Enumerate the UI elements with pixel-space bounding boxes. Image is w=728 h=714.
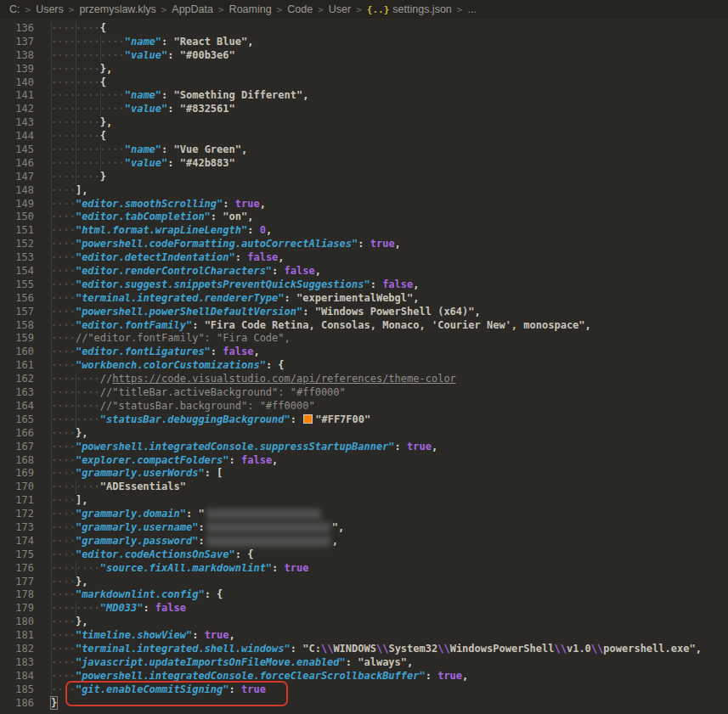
- code-line: 159····//"editor.fontFamily": "Fira Code…: [0, 332, 728, 346]
- token-punctuation: },: [100, 116, 112, 128]
- token-punctuation: ,: [278, 251, 284, 263]
- code-line-content: ····"powershell.powerShellDefaultVersion…: [51, 306, 728, 319]
- token-punctuation: :: [167, 49, 179, 61]
- code-line: 166····},: [0, 427, 728, 441]
- token-key: "terminal.integrated.shell.windows": [76, 643, 291, 655]
- line-number: 146: [0, 157, 34, 171]
- token-key: "git.enableCommitSigning": [76, 683, 229, 695]
- token-punctuation: :: [229, 454, 241, 466]
- token-string: "#832561": [180, 103, 235, 115]
- breadcrumb-item-appdata[interactable]: AppData: [171, 3, 214, 15]
- breadcrumb-symbol-path[interactable]: ...: [466, 3, 477, 15]
- code-line: 157····"powershell.powerShellDefaultVers…: [0, 306, 728, 319]
- token-bracket-match: }: [51, 697, 57, 709]
- token-escape: \\: [376, 643, 388, 655]
- token-key: "name": [125, 89, 161, 101]
- code-line-content: ····"editor.detectIndentation": false,: [51, 251, 728, 265]
- token-comment: //"titleBar.activeBackground": "#ff0000": [100, 386, 346, 398]
- line-number: 172: [0, 508, 34, 521]
- line-number: 171: [0, 494, 34, 508]
- breadcrumb-item-users[interactable]: Users: [35, 3, 65, 15]
- code-line-content: ········//"statusBar.background": "#ff00…: [51, 400, 728, 413]
- code-line-content: ········{: [51, 76, 728, 90]
- code-line: 150····"editor.tabCompletion": "on",: [0, 211, 728, 224]
- token-punctuation: ,: [315, 265, 321, 277]
- token-comment-link: https://code.visualstudio.com/api/refere…: [112, 373, 456, 385]
- whitespace-dots: ····: [51, 576, 76, 588]
- code-line: 184····"powershell.integratedConsole.for…: [0, 670, 728, 683]
- line-number: 186: [0, 697, 34, 711]
- breadcrumb-item-c-[interactable]: C:: [8, 3, 21, 15]
- token-boolean: true: [285, 562, 309, 574]
- code-line-content: ····"editor.fontLigatures": false,: [51, 346, 728, 359]
- whitespace-dots: ····: [51, 643, 76, 655]
- code-line: 146············"value": "#42b883": [0, 157, 728, 171]
- token-punctuation: :: [395, 441, 407, 453]
- line-number: 180: [0, 616, 34, 629]
- code-line-content: ····],: [51, 184, 728, 198]
- line-number: 184: [0, 670, 34, 683]
- line-number: 150: [0, 211, 34, 224]
- whitespace-dots: ············: [51, 143, 125, 155]
- token-key: "value": [125, 49, 168, 61]
- code-line-content: ········{: [51, 22, 728, 36]
- code-line: 183····"javascript.updateImportsOnFileMo…: [0, 656, 728, 670]
- whitespace-dots: ····: [51, 670, 76, 682]
- code-line: 137············"name": "React Blue",: [0, 36, 728, 49]
- token-punctuation: :: [285, 292, 296, 304]
- token-key: "timeline.showView": [76, 629, 192, 641]
- token-comment: //: [100, 373, 112, 385]
- whitespace-dots: ····: [51, 454, 76, 466]
- code-editor[interactable]: 136········{137············"name": "Reac…: [0, 19, 728, 710]
- token-key: "javascript.updateImportsOnFileMove.enab…: [76, 656, 346, 668]
- whitespace-dots: ····: [51, 548, 76, 560]
- token-punctuation: :: [346, 656, 358, 668]
- token-boolean: false: [247, 251, 278, 263]
- token-key: "markdownlint.config": [76, 588, 205, 600]
- token-escape: \\: [321, 643, 333, 655]
- code-line-content: ····"editor.smoothScrolling": true,: [51, 198, 728, 211]
- whitespace-dots: ········: [51, 63, 100, 75]
- code-line-content: ········},: [51, 116, 728, 130]
- token-punctuation: }: [100, 171, 106, 183]
- breadcrumb-item-settings-json[interactable]: {..}settings.json: [366, 3, 453, 15]
- code-line-content: ····"powershell.integratedConsole.suppre…: [51, 441, 728, 454]
- whitespace-dots: ········: [51, 602, 100, 614]
- code-line-content: ····"editor.fontFamily": "Fira Code Reti…: [51, 319, 728, 333]
- token-punctuation: ,: [413, 292, 419, 304]
- code-line: 153····"editor.detectIndentation": false…: [0, 251, 728, 265]
- whitespace-dots: ············: [51, 89, 125, 101]
- breadcrumb-item-user[interactable]: User: [328, 3, 352, 15]
- token-comment: //"statusBar.background": "#ff0000": [100, 400, 315, 412]
- line-number: 161: [0, 359, 34, 373]
- whitespace-dots: ····: [51, 467, 76, 479]
- whitespace-dots: ········: [51, 386, 100, 398]
- code-line-content: ············"name": "Something Different…: [51, 89, 728, 103]
- code-line-content: ····"editor.codeActionsOnSave": {: [51, 548, 728, 562]
- token-string: powershell.exe": [603, 643, 695, 655]
- line-number: 183: [0, 656, 34, 670]
- line-number: 138: [0, 49, 34, 63]
- whitespace-dots: ····: [51, 441, 76, 453]
- code-line-content: ····"html.format.wrapLineLength": 0,: [51, 224, 728, 238]
- code-line: 181····"timeline.showView": true,: [0, 629, 728, 643]
- whitespace-dots: ····: [51, 224, 76, 236]
- token-punctuation: ,: [432, 441, 437, 453]
- whitespace-dots: ········: [51, 171, 100, 183]
- token-punctuation: },: [76, 427, 87, 439]
- breadcrumb-item-przemyslaw-klys[interactable]: przemyslaw.klys: [78, 3, 156, 15]
- code-line: 186}: [0, 697, 728, 711]
- code-line: 169····"grammarly.userWords": [: [0, 467, 728, 481]
- breadcrumb-item-roaming[interactable]: Roaming: [229, 3, 273, 15]
- breadcrumb-item-code[interactable]: Code: [286, 3, 313, 15]
- token-boolean: false: [223, 346, 253, 357]
- code-line: 148····],: [0, 184, 728, 198]
- token-key: "grammarly.password": [76, 535, 199, 547]
- token-punctuation: [: [217, 467, 223, 479]
- json-braces-icon: {..}: [367, 4, 390, 15]
- line-number: 164: [0, 400, 34, 413]
- code-line: 141············"name": "Something Differ…: [0, 89, 728, 103]
- token-key: "source.fixAll.markdownlint": [100, 562, 272, 574]
- line-number: 142: [0, 103, 34, 116]
- code-line: 185····"git.enableCommitSigning": true: [0, 683, 728, 697]
